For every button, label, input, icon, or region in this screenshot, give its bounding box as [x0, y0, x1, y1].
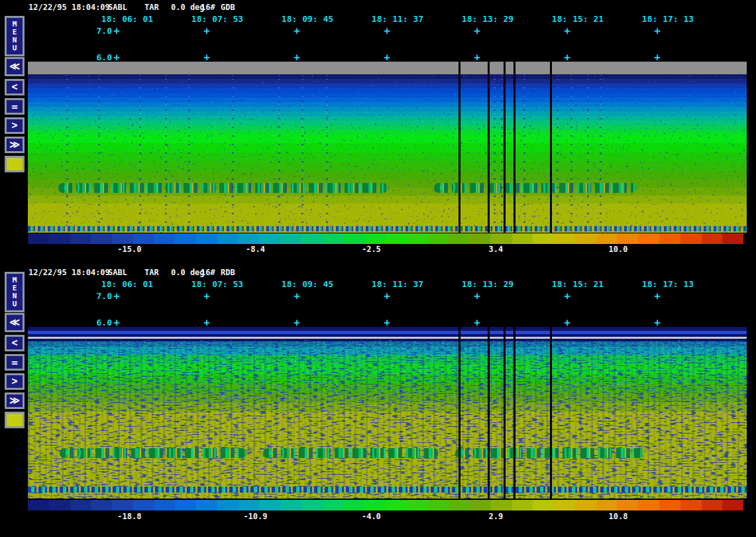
colorbar-cell	[386, 500, 407, 510]
colorbar-cell	[49, 500, 70, 510]
noise-streak	[557, 75, 559, 230]
colorbar-cell	[554, 233, 575, 244]
header-angle: 0.0 deg	[171, 268, 205, 277]
colorbar-cell	[217, 500, 239, 510]
colorbar-cell	[133, 500, 154, 510]
header-mode: TAR	[144, 268, 159, 277]
colorbar-cell	[70, 233, 91, 244]
time-label: 18: 11: 37	[364, 279, 431, 289]
colorbar-cell	[533, 500, 554, 510]
noise-streak	[66, 75, 68, 230]
noise-streak	[301, 75, 303, 230]
plus-marker: +	[293, 318, 301, 328]
plus-marker: +	[113, 27, 121, 36]
event-marker-line	[459, 62, 460, 233]
plus-marker: +	[293, 53, 301, 62]
time-label: 18: 06: 01	[94, 14, 160, 24]
header-instrument: SABL	[108, 3, 127, 12]
header-product: GDB	[221, 3, 235, 12]
colorbar-cell	[659, 500, 680, 510]
colorbar-cell	[343, 500, 364, 510]
event-marker-line	[504, 62, 506, 233]
colorbar-cell	[470, 500, 491, 510]
time-label: 18: 15: 21	[545, 279, 611, 289]
colorbar-label: 10.0	[609, 245, 628, 254]
sidebar-step-forward-button[interactable]: >	[5, 117, 25, 134]
time-label: 18: 13: 29	[455, 279, 521, 289]
sidebar-step-back-button[interactable]: <	[5, 335, 25, 351]
sidebar-step-back-button[interactable]: <	[5, 79, 25, 95]
header-channel: 16#	[201, 3, 215, 12]
colorbar-cell	[638, 233, 659, 244]
colorbar-cell	[49, 233, 70, 244]
plus-marker: +	[473, 53, 481, 62]
sidebar-pause-button[interactable]: =	[5, 98, 25, 115]
plus-marker: +	[473, 27, 481, 36]
sidebar-fast-rewind-button[interactable]: ≪	[5, 313, 25, 332]
colorbar-cell	[70, 500, 91, 510]
colorbar-cell	[91, 500, 112, 510]
noise-streak	[570, 75, 572, 230]
colorbar-cell	[575, 233, 596, 244]
sidebar-menu-button[interactable]: MENU	[5, 272, 25, 312]
sidebar-step-forward-button[interactable]: >	[5, 373, 25, 390]
colorbar-cell	[407, 233, 428, 244]
plus-marker: +	[203, 27, 211, 36]
sidebar-fast-forward-button[interactable]: ≫	[5, 137, 25, 153]
sidebar-fast-rewind-button[interactable]: ≪	[5, 57, 25, 76]
colorbar-label: 2.9	[488, 512, 503, 521]
colorbar-cell	[428, 233, 449, 244]
colorbar	[28, 500, 743, 510]
colorbar-cell	[722, 233, 743, 244]
menu-letter: M	[13, 21, 17, 29]
plus-marker: +	[113, 318, 121, 328]
colorbar-cell	[617, 500, 638, 510]
plus-marker: +	[113, 292, 121, 301]
plus-marker: +	[293, 27, 301, 36]
colorbar-cell	[680, 500, 702, 510]
altitude-label: 7.0	[85, 26, 112, 36]
sidebar-color-swatch-button[interactable]	[5, 412, 25, 428]
colorbar-cell	[112, 500, 133, 510]
event-marker-line	[488, 327, 490, 499]
colorbar-cell	[239, 233, 260, 244]
panel-rdb: 12/22/95 18:04:09 SABL TAR 0.0 deg 16# R…	[0, 265, 756, 537]
colorbar-cell	[702, 500, 723, 510]
event-marker-line	[513, 62, 515, 233]
colorbar-label: -4.0	[362, 512, 381, 521]
noise-streak	[278, 75, 280, 230]
colorbar-labels: -15.0-8.4-2.53.410.0	[0, 245, 756, 257]
menu-letter: M	[13, 276, 17, 284]
colorbar-label: -18.8	[117, 512, 141, 521]
spectrogram-gdb[interactable]	[28, 62, 747, 233]
spectrogram-rdb[interactable]	[28, 327, 747, 499]
colorbar-cell	[722, 500, 743, 510]
colorbar-cell	[343, 233, 364, 244]
time-label: 18: 15: 21	[545, 14, 611, 24]
event-marker-line	[504, 327, 506, 499]
sidebar-color-swatch-button[interactable]	[5, 156, 25, 172]
speckle-noise-gray	[28, 74, 747, 233]
colorbar-cell	[28, 500, 49, 510]
colorbar-cell	[280, 500, 301, 510]
header-angle: 0.0 deg	[171, 3, 205, 12]
aerosol-layer	[263, 448, 439, 458]
sidebar-menu-button[interactable]: MENU	[5, 16, 25, 56]
header-instrument: SABL	[108, 268, 127, 277]
colorbar-cell	[428, 500, 449, 510]
colorbar-cell	[239, 500, 260, 510]
noise-streak	[600, 75, 602, 230]
plus-marker: +	[383, 318, 391, 328]
sidebar-fast-forward-button[interactable]: ≫	[5, 392, 25, 409]
time-label: 18: 06: 01	[94, 279, 160, 289]
sidebar-pause-button[interactable]: =	[5, 354, 25, 371]
colorbar-cell	[449, 233, 470, 244]
aerosol-layer	[58, 183, 388, 193]
altitude-label: 6.0	[85, 52, 112, 62]
colorbar-cell	[491, 500, 512, 510]
menu-letter: U	[13, 300, 17, 308]
colorbar-cell	[217, 233, 239, 244]
altitude-label: 6.0	[85, 318, 112, 328]
colorbar-cell	[449, 500, 470, 510]
menu-letter: U	[13, 44, 17, 52]
